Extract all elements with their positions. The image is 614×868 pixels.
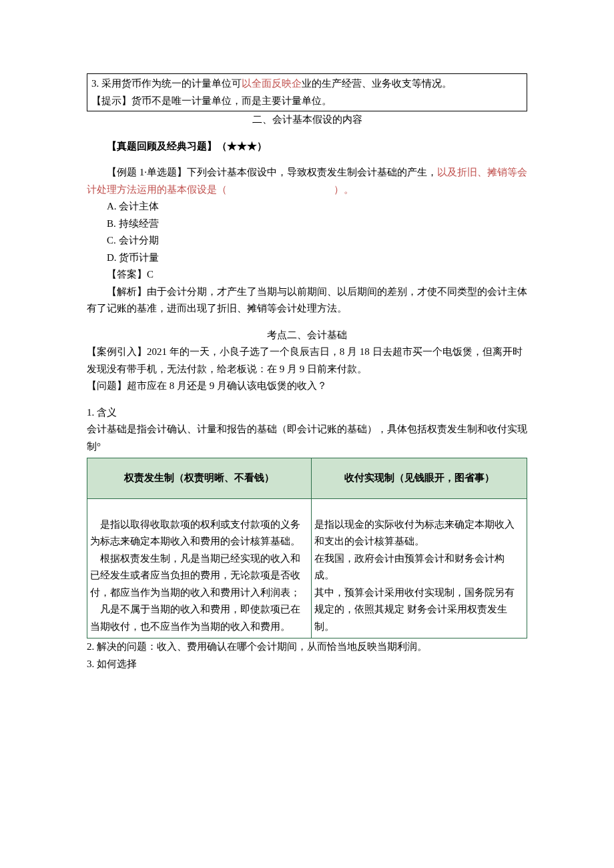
topbox-line1-a: 3. 采用货币作为统一的计量单位可 [91,78,242,89]
definition-body: 会计基础是指会计确认、计量和报告的基础（即会计记账的基础），具体包括权责发生制和… [87,421,527,455]
table-cell-accrual: 是指以取得收取款项的权利或支付款项的义务为标志来确定本期收入和费用的会计核算基础… [87,499,312,638]
definition-body-b: ° [97,441,101,452]
heading-assumptions: 二、会计基本假设的内容 [87,111,527,129]
q1-optA: A. 会计主体 [87,198,527,215]
point-2: 2. 解决的问题：收入、费用确认在哪个会计期间，从而恰当地反映当期利润。 [87,638,527,656]
case-question: 【问题】超市应在 8 月还是 9 月确认该电饭煲的收入？ [87,378,527,395]
topbox-line1-b: 以全面反映企 [242,78,302,89]
table-cell-cash-text: 是指以现金的实际收付为标志来确定本期收入和支出的会计核算基础。 在我国，政府会计… [314,516,524,636]
q1-stem: 【例题 1·单选题】下列会计基本假设中，导致权责发生制会计基础的产生，以及折旧、… [87,164,527,198]
case-intro: 【案例引入】2021 年的一天，小良子选了一个良辰吉日，8 月 18 日去超市买… [87,344,527,378]
q1-explanation: 【解析】由于会计分期，才产生了当期与以前期间、以后期间的差别，才使不同类型的会计… [87,284,527,318]
table-cell-cash: 是指以现金的实际收付为标志来确定本期收入和支出的会计核算基础。 在我国，政府会计… [312,499,527,638]
point-3: 3. 如何选择 [87,656,527,673]
q1-optD: D. 货币计量 [87,250,527,267]
keypoint2-title: 考点二、会计基础 [87,327,527,344]
topbox-line1-c: 业的生产经营、业务收支等情况。 [302,78,452,89]
q1-answer: 【答案】C [87,266,527,284]
q1-optB: B. 持续经营 [87,215,527,233]
q1-optC: C. 会计分期 [87,232,527,250]
q1-options: A. 会计主体 B. 持续经营 C. 会计分期 D. 货币计量 【答案】C [87,198,527,284]
table-header-accrual: 权责发生制（权责明晰、不看钱） [87,458,312,499]
table-cell-accrual-text: 是指以取得收取款项的权利或支付款项的义务为标志来确定本期收入和费用的会计核算基础… [90,516,308,636]
definition-title: 1. 含义 [87,404,527,422]
comparison-table: 权责发生制（权责明晰、不看钱） 收付实现制（见钱眼开，图省事） 是指以取得收取款… [87,458,527,638]
q1-stem-c: ）。 [334,184,354,195]
review-label: 【真题回顾及经典习题】（★★★） [87,138,527,155]
q1-stem-a: 【例题 1·单选题】下列会计基本假设中，导致权责发生制会计基础的产生， [107,167,437,177]
table-header-cash: 收付实现制（见钱眼开，图省事） [312,458,527,499]
definition-body-a: 会计基础是指会计确认、计量和报告的基础（即会计记账的基础），具体包括权责发生制和… [87,424,527,452]
topbox-line1: 3. 采用货币作为统一的计量单位可以全面反映企业的生产经营、业务收支等情况。 [91,75,523,93]
topbox-line2: 【提示】货币不是唯一计量单位，而是主要计量单位。 [91,93,523,110]
top-note-box: 3. 采用货币作为统一的计量单位可以全面反映企业的生产经营、业务收支等情况。 【… [87,73,527,111]
